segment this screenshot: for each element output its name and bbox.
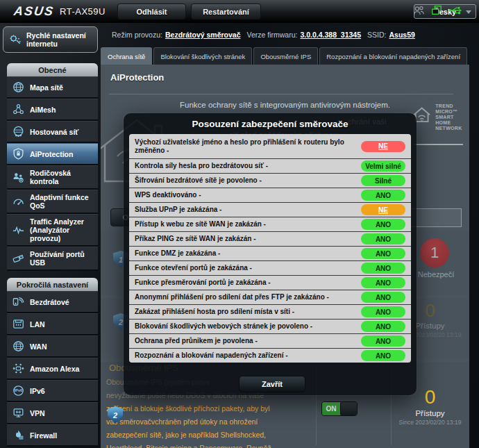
usb-icon[interactable]	[448, 6, 462, 15]
qos-gauge-icon	[11, 194, 26, 209]
header-icon-group	[413, 5, 462, 16]
status-badge[interactable]: ANO	[361, 219, 405, 230]
tab-network-protection[interactable]: Ochrana sítě	[101, 47, 152, 65]
status-badge[interactable]: ANO	[361, 350, 405, 361]
sidebar-item-firewall[interactable]: Firewall	[7, 424, 98, 447]
status-badge[interactable]: NE	[361, 141, 405, 152]
assessment-row: Ochrana před průnikem je povolena -ANO	[129, 333, 411, 348]
firmware-link[interactable]: 3.0.0.4.388_31345	[300, 31, 361, 39]
sidebar-item-label: Firewall	[30, 431, 57, 440]
page-title: AiProtection	[110, 72, 164, 83]
status-badge[interactable]: ANO	[361, 306, 405, 317]
assessment-row: Přístup k webu ze sítě WAN je zakázán -A…	[129, 217, 411, 231]
quick-internet-setup-button[interactable]: Rychlé nastavení internetu	[3, 26, 98, 53]
assessment-row: Funkce otevření portů je zakázána -ANO	[129, 260, 411, 275]
sidebar-item-label: VPN	[30, 409, 45, 417]
assessment-row: Výchozí uživatelské jméno a heslo pro př…	[129, 134, 411, 158]
row-label: Šifrování bezdrátové sítě je povoleno -	[135, 176, 262, 185]
row-label: Příkaz PING ze sítě WAN je zakázán -	[135, 235, 256, 243]
close-button[interactable]: Zavřít	[239, 376, 305, 392]
trend-word: SMART	[435, 115, 469, 120]
sidebar-item-lan[interactable]: LAN	[7, 313, 98, 335]
status-badge[interactable]: Velmi silné	[361, 160, 405, 172]
sidebar-item-label: Amazon Alexa	[30, 365, 79, 373]
wired-clients-icon[interactable]	[431, 5, 442, 16]
assessment-row: Zakázat přihlášení hosta pro sdílení mís…	[129, 304, 411, 319]
reboot-button[interactable]: Restartování	[191, 3, 261, 19]
status-badge[interactable]: ANO	[361, 277, 405, 288]
top-bar: ASUS RT-AX59U Odhlásit Restartování Česk…	[0, 0, 479, 23]
sidebar-item-aimesh[interactable]: AiMesh	[7, 99, 98, 121]
sidebar-item-label: Používání portů USB	[30, 250, 96, 267]
status-badge[interactable]: ANO	[361, 321, 405, 332]
sidebar-item-label: Traffic Analyzer (Analyzátor provozu)	[30, 217, 96, 242]
sidebar-item-ipv6[interactable]: IPv6 IPv6	[7, 380, 98, 402]
sidebar-item-aiprotection[interactable]: AiProtection	[7, 143, 98, 165]
sidebar-item-label: Bezdrátové	[30, 298, 69, 306]
usb-drive-icon	[11, 251, 26, 266]
sidebar-item-label: LAN	[30, 320, 45, 329]
sidebar-item-guest-network[interactable]: Hostovaná síť	[7, 121, 98, 143]
lan-port-icon	[11, 317, 26, 331]
sidebar-item-label: Hostovaná síť	[30, 128, 78, 136]
row-label: Výchozí uživatelské jméno a heslo pro př…	[135, 138, 361, 154]
ips-toggle[interactable]: ON	[321, 401, 358, 416]
status-badge[interactable]: ANO	[361, 292, 405, 303]
sidebar-item-traffic-analyzer[interactable]: Traffic Analyzer (Analyzátor provozu)	[7, 214, 98, 247]
chevron-down-icon	[466, 10, 471, 14]
status-badge[interactable]: ANO	[361, 263, 405, 274]
sidebar-item-vpn[interactable]: VPN	[7, 402, 98, 424]
logout-button[interactable]: Odhlásit	[117, 3, 186, 19]
status-badge[interactable]: ANO	[361, 190, 405, 201]
row-label: WPS deaktivováno -	[135, 191, 201, 199]
row-label: Zakázat přihlášení hosta pro sdílení mís…	[135, 308, 294, 316]
sidebar-item-label: AiMesh	[30, 106, 56, 114]
sidebar-item-wan[interactable]: WAN	[7, 335, 98, 358]
sidebar-item-label: AiProtection	[30, 150, 73, 158]
assessment-row: Služba UPnP je zakázána -NE	[129, 202, 411, 217]
wan-globe-icon	[11, 339, 26, 354]
tab-malicious-sites-blocking[interactable]: Blokování škodlivých stránek	[153, 47, 252, 65]
trend-brand: TREND MICRO™	[435, 103, 469, 115]
status-badge[interactable]: ANO	[361, 335, 405, 347]
assessment-row: Funkce přesměrování portů je zakázána -A…	[129, 275, 411, 290]
sidebar-item-usb-application[interactable]: Používání portů USB	[7, 247, 98, 271]
desc-line: zabezpečení sítě, jako je například Shel…	[106, 429, 321, 442]
row-label: Přístup k webu ze sítě WAN je zakázán -	[135, 220, 266, 229]
router-model: RT-AX59U	[60, 6, 106, 17]
assessment-row: WPS deaktivováno -ANO	[129, 188, 411, 202]
sidebar-item-parental-controls[interactable]: Rodičovská kontrola	[7, 165, 98, 190]
assessment-table: Výchozí uživatelské jméno a heslo pro př…	[129, 134, 411, 363]
status-badge[interactable]: Silné	[361, 175, 405, 186]
tab-infected-device-prevention[interactable]: Rozpoznání a blokování napadených zaříze…	[319, 47, 467, 65]
trend-logo-underline	[414, 144, 463, 145]
assessment-row: Funkce DMZ je zakázána -ANO	[129, 246, 411, 260]
assessment-row: Šifrování bezdrátové sítě je povoleno -S…	[129, 173, 411, 188]
firewall-flame-icon	[11, 428, 26, 442]
sidebar-section-advanced: Pokročilá nastavení	[7, 278, 98, 291]
tab-two-way-ips[interactable]: Obousměrné IPS	[253, 47, 318, 65]
trend-word: HOME	[435, 120, 469, 126]
assessment-row: Anonymní přihlášení pro sdílení dat přes…	[129, 290, 411, 304]
mode-link[interactable]: Bezdrátový směrovač	[165, 31, 241, 39]
status-badge[interactable]: NE	[361, 204, 405, 215]
trend-micro-logo: TREND MICRO™ SMART HOME NETWORK	[412, 103, 469, 131]
sidebar-item-amazon-alexa[interactable]: Amazon Alexa	[7, 358, 98, 380]
ssid-link[interactable]: Asus59	[389, 31, 414, 39]
row-label: Služba UPnP je zakázána -	[135, 206, 221, 214]
threat-count-badge[interactable]: 1	[420, 238, 449, 267]
wireless-icon	[11, 294, 26, 309]
row-label: Anonymní přihlášení pro sdílení dat přes…	[135, 293, 329, 301]
row-label: Rozpoznání a blokování napadených zaříze…	[135, 351, 288, 360]
sidebar-item-wireless[interactable]: Bezdrátové	[7, 291, 98, 313]
ipv6-icon: IPv6	[11, 383, 26, 398]
status-badge[interactable]: ANO	[361, 248, 405, 259]
router-admin-page: ASUS RT-AX59U Odhlásit Restartování Česk…	[0, 0, 479, 448]
sidebar-item-adaptive-qos[interactable]: Adaptivní funkce QoS	[7, 190, 98, 214]
status-badge[interactable]: ANO	[361, 233, 405, 244]
parental-controls-icon	[11, 170, 26, 185]
row-label: Funkce DMZ je zakázána -	[135, 249, 220, 258]
clients-icon[interactable]	[413, 6, 425, 16]
divider	[109, 94, 453, 94]
sidebar-item-network-map[interactable]: Mapa sítě	[7, 76, 98, 99]
